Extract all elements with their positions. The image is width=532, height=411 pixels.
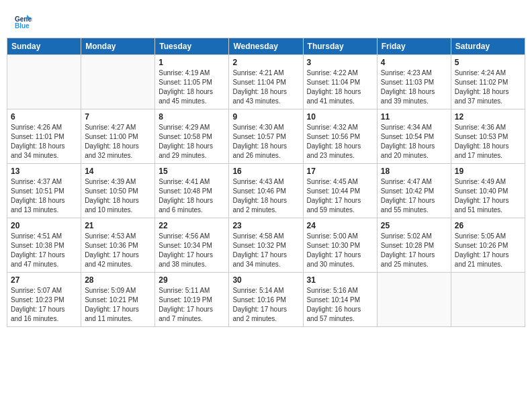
calendar-cell (81, 55, 155, 109)
day-number: 1 (159, 58, 225, 67)
day-number: 6 (11, 112, 77, 122)
day-info: Sunrise: 4:22 AMSunset: 11:04 PMDaylight… (307, 68, 373, 106)
day-info: Sunrise: 4:45 AMSunset: 10:44 PMDaylight… (307, 177, 373, 215)
calendar-cell: 23Sunrise: 4:58 AMSunset: 10:32 PMDaylig… (229, 218, 303, 273)
day-info: Sunrise: 4:24 AMSunset: 11:02 PMDaylight… (455, 68, 521, 106)
day-number: 21 (85, 221, 151, 230)
calendar-cell: 26Sunrise: 5:05 AMSunset: 10:26 PMDaylig… (451, 218, 525, 273)
calendar-cell: 1Sunrise: 4:19 AMSunset: 11:05 PMDayligh… (155, 55, 229, 109)
day-number: 31 (307, 275, 373, 285)
day-number: 4 (381, 58, 447, 67)
calendar-cell: 4Sunrise: 4:23 AMSunset: 11:03 PMDayligh… (377, 55, 451, 109)
calendar-cell: 18Sunrise: 4:47 AMSunset: 10:42 PMDaylig… (377, 164, 451, 218)
day-number: 2 (232, 58, 299, 67)
day-info: Sunrise: 5:11 AMSunset: 10:19 PMDaylight… (159, 286, 225, 324)
day-info: Sunrise: 4:43 AMSunset: 10:46 PMDaylight… (232, 177, 299, 215)
day-info: Sunrise: 5:14 AMSunset: 10:16 PMDaylight… (232, 286, 299, 324)
calendar-cell: 7Sunrise: 4:27 AMSunset: 11:00 PMDayligh… (81, 109, 155, 164)
calendar-week-row: 20Sunrise: 4:51 AMSunset: 10:38 PMDaylig… (7, 218, 525, 273)
weekday-header: Wednesday (229, 38, 303, 55)
day-info: Sunrise: 4:39 AMSunset: 10:50 PMDaylight… (85, 177, 151, 215)
day-number: 16 (232, 167, 299, 176)
day-number: 30 (232, 275, 299, 285)
day-number: 26 (455, 221, 521, 230)
day-info: Sunrise: 4:32 AMSunset: 10:56 PMDaylight… (307, 123, 373, 161)
calendar-cell: 8Sunrise: 4:29 AMSunset: 10:58 PMDayligh… (155, 109, 229, 164)
calendar-cell: 27Sunrise: 5:07 AMSunset: 10:23 PMDaylig… (7, 273, 81, 327)
day-number: 22 (159, 221, 225, 230)
day-info: Sunrise: 4:41 AMSunset: 10:48 PMDaylight… (159, 177, 225, 215)
day-number: 27 (11, 275, 77, 285)
calendar-table: SundayMondayTuesdayWednesdayThursdayFrid… (7, 38, 525, 327)
calendar-cell: 3Sunrise: 4:22 AMSunset: 11:04 PMDayligh… (303, 55, 377, 109)
calendar-cell: 17Sunrise: 4:45 AMSunset: 10:44 PMDaylig… (303, 164, 377, 218)
day-info: Sunrise: 4:47 AMSunset: 10:42 PMDaylight… (381, 177, 447, 215)
day-info: Sunrise: 5:16 AMSunset: 10:14 PMDaylight… (307, 286, 373, 324)
day-info: Sunrise: 4:53 AMSunset: 10:36 PMDaylight… (85, 232, 151, 269)
weekday-header: Saturday (451, 38, 525, 55)
day-info: Sunrise: 4:49 AMSunset: 10:40 PMDaylight… (455, 177, 521, 215)
calendar-week-row: 6Sunrise: 4:26 AMSunset: 11:01 PMDayligh… (7, 109, 525, 164)
day-number: 10 (307, 112, 373, 122)
calendar-cell: 5Sunrise: 4:24 AMSunset: 11:02 PMDayligh… (451, 55, 525, 109)
calendar-cell: 24Sunrise: 5:00 AMSunset: 10:30 PMDaylig… (303, 218, 377, 273)
calendar-cell: 6Sunrise: 4:26 AMSunset: 11:01 PMDayligh… (7, 109, 81, 164)
calendar-cell: 15Sunrise: 4:41 AMSunset: 10:48 PMDaylig… (155, 164, 229, 218)
logo-icon: General Blue (13, 12, 32, 31)
day-number: 7 (85, 112, 151, 122)
calendar-week-row: 13Sunrise: 4:37 AMSunset: 10:51 PMDaylig… (7, 164, 525, 218)
day-number: 5 (455, 58, 521, 67)
calendar-cell: 10Sunrise: 4:32 AMSunset: 10:56 PMDaylig… (303, 109, 377, 164)
day-number: 11 (381, 112, 447, 122)
calendar-cell: 12Sunrise: 4:36 AMSunset: 10:53 PMDaylig… (451, 109, 525, 164)
day-info: Sunrise: 5:05 AMSunset: 10:26 PMDaylight… (455, 232, 521, 269)
day-info: Sunrise: 4:19 AMSunset: 11:05 PMDaylight… (159, 68, 225, 106)
day-info: Sunrise: 4:56 AMSunset: 10:34 PMDaylight… (159, 232, 225, 269)
calendar-cell: 29Sunrise: 5:11 AMSunset: 10:19 PMDaylig… (155, 273, 229, 327)
calendar-cell (377, 273, 451, 327)
day-number: 20 (11, 221, 77, 230)
day-number: 13 (11, 167, 77, 176)
calendar-cell: 28Sunrise: 5:09 AMSunset: 10:21 PMDaylig… (81, 273, 155, 327)
weekday-header: Sunday (7, 38, 81, 55)
day-number: 29 (159, 275, 225, 285)
weekday-header: Friday (377, 38, 451, 55)
weekday-header: Thursday (303, 38, 377, 55)
day-info: Sunrise: 4:58 AMSunset: 10:32 PMDaylight… (232, 232, 299, 269)
calendar-header-row: SundayMondayTuesdayWednesdayThursdayFrid… (7, 38, 525, 55)
day-info: Sunrise: 5:09 AMSunset: 10:21 PMDaylight… (85, 286, 151, 324)
calendar-cell: 19Sunrise: 4:49 AMSunset: 10:40 PMDaylig… (451, 164, 525, 218)
day-number: 23 (232, 221, 299, 230)
day-number: 28 (85, 275, 151, 285)
calendar-cell: 25Sunrise: 5:02 AMSunset: 10:28 PMDaylig… (377, 218, 451, 273)
day-number: 9 (232, 112, 299, 122)
day-number: 14 (85, 167, 151, 176)
day-info: Sunrise: 4:34 AMSunset: 10:54 PMDaylight… (381, 123, 447, 161)
day-number: 3 (307, 58, 373, 67)
calendar-cell (451, 273, 525, 327)
calendar-cell: 2Sunrise: 4:21 AMSunset: 11:04 PMDayligh… (229, 55, 303, 109)
day-number: 8 (159, 112, 225, 122)
calendar-cell: 11Sunrise: 4:34 AMSunset: 10:54 PMDaylig… (377, 109, 451, 164)
day-info: Sunrise: 5:07 AMSunset: 10:23 PMDaylight… (11, 286, 77, 324)
day-number: 15 (159, 167, 225, 176)
calendar-cell: 21Sunrise: 4:53 AMSunset: 10:36 PMDaylig… (81, 218, 155, 273)
day-info: Sunrise: 4:36 AMSunset: 10:53 PMDaylight… (455, 123, 521, 161)
day-number: 24 (307, 221, 373, 230)
day-info: Sunrise: 4:29 AMSunset: 10:58 PMDaylight… (159, 123, 225, 161)
page-header: General Blue (7, 7, 525, 34)
svg-text:Blue: Blue (15, 22, 30, 30)
logo: General Blue (13, 12, 35, 31)
day-info: Sunrise: 4:51 AMSunset: 10:38 PMDaylight… (11, 232, 77, 269)
day-info: Sunrise: 5:02 AMSunset: 10:28 PMDaylight… (381, 232, 447, 269)
day-number: 17 (307, 167, 373, 176)
day-number: 18 (381, 167, 447, 176)
calendar-cell: 16Sunrise: 4:43 AMSunset: 10:46 PMDaylig… (229, 164, 303, 218)
calendar-cell: 20Sunrise: 4:51 AMSunset: 10:38 PMDaylig… (7, 218, 81, 273)
day-info: Sunrise: 4:23 AMSunset: 11:03 PMDaylight… (381, 68, 447, 106)
day-info: Sunrise: 5:00 AMSunset: 10:30 PMDaylight… (307, 232, 373, 269)
calendar-cell: 22Sunrise: 4:56 AMSunset: 10:34 PMDaylig… (155, 218, 229, 273)
calendar-cell (7, 55, 81, 109)
day-info: Sunrise: 4:27 AMSunset: 11:00 PMDaylight… (85, 123, 151, 161)
calendar-week-row: 27Sunrise: 5:07 AMSunset: 10:23 PMDaylig… (7, 273, 525, 327)
